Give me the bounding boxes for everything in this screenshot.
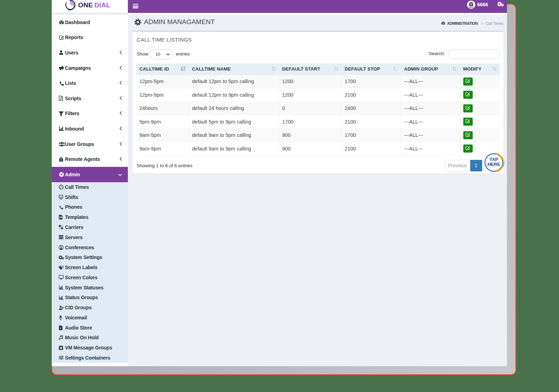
svg-text:ONEDIAL: ONEDIAL xyxy=(78,1,110,9)
